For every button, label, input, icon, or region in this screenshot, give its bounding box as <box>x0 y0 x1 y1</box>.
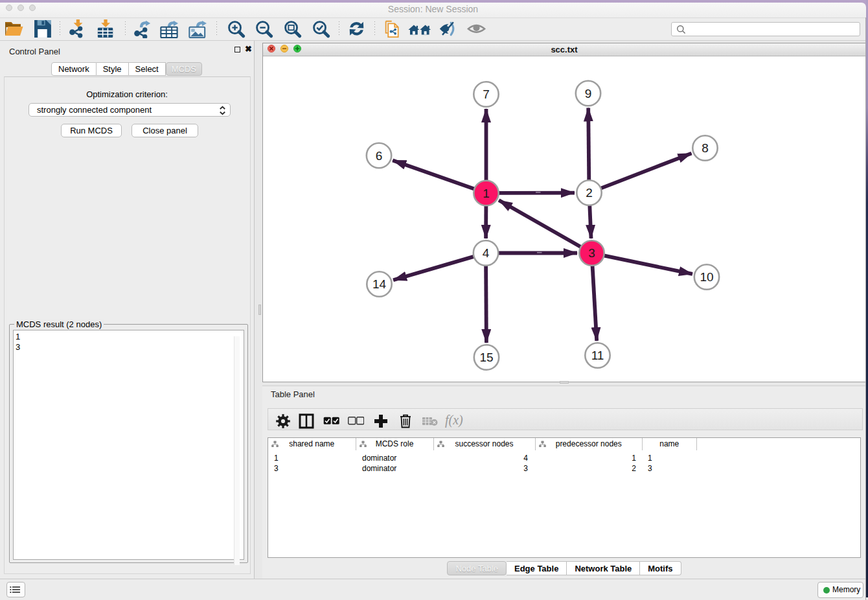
svg-text:7: 7 <box>483 87 490 101</box>
svg-text:15: 15 <box>479 351 493 364</box>
svg-text:3: 3 <box>588 246 595 260</box>
svg-text:9: 9 <box>585 87 592 100</box>
svg-text:4: 4 <box>483 246 490 260</box>
svg-text:2: 2 <box>586 186 593 200</box>
svg-text:8: 8 <box>702 141 709 155</box>
svg-text:10: 10 <box>700 270 713 284</box>
svg-text:1: 1 <box>483 187 490 200</box>
svg-text:6: 6 <box>376 149 383 163</box>
svg-text:14: 14 <box>372 277 387 291</box>
svg-text:11: 11 <box>591 349 604 362</box>
